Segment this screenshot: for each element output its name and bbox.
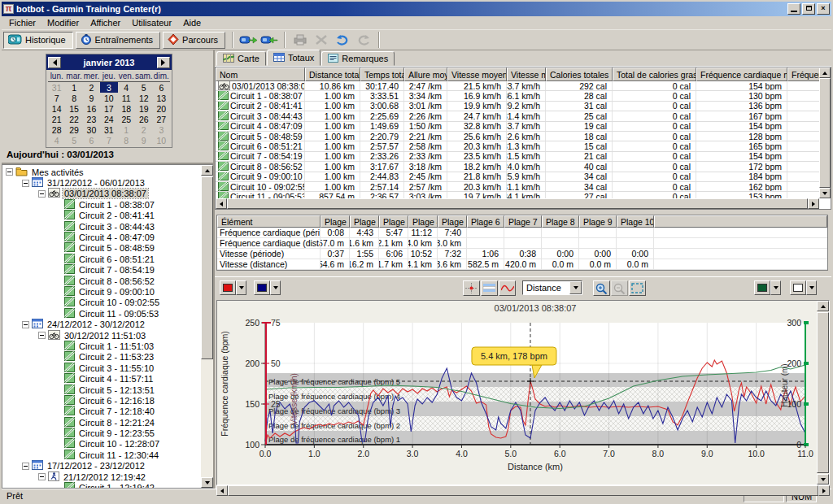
zoom-selection-button[interactable]	[629, 280, 646, 296]
tree-item[interactable]: 24/12/2012 - 30/12/2012	[2, 319, 200, 329]
view-button-historique[interactable]: Historique	[3, 32, 73, 49]
table-row[interactable]: Circuit 4 - 08:47:091.00 km1:49.691:50 /…	[216, 122, 819, 132]
restore-button[interactable]	[802, 3, 815, 15]
table-row[interactable]: Circuit 8 - 08:56:521.00 km3:17.673:18 /…	[216, 162, 819, 172]
tree-item[interactable]: Circuit 1 - 11:51:03	[2, 341, 200, 351]
calendar-day[interactable]: 2	[83, 82, 100, 93]
column-header-5[interactable]: Vitesse max.	[507, 67, 546, 81]
column-header-4[interactable]: Vitesse moyenne	[447, 67, 507, 81]
calendar-day[interactable]: 8	[118, 135, 135, 146]
zoom-in-button[interactable]	[593, 280, 610, 296]
calendar-day[interactable]: 17	[100, 103, 117, 114]
tree-item[interactable]: 30/12/2012 11:51:03	[2, 330, 200, 341]
zones-column-header[interactable]: Plage 6	[467, 215, 504, 228]
zones-column-header[interactable]: Plage 10	[617, 215, 654, 228]
column-header-6[interactable]: Calories totales	[546, 67, 613, 81]
elevation-color-dropdown[interactable]	[754, 280, 781, 295]
calendar-prev-button[interactable]	[48, 57, 61, 68]
calendar-day[interactable]: 4	[48, 135, 65, 146]
tree-expander-collapse[interactable]	[38, 332, 46, 339]
calendar-day[interactable]: 8	[65, 93, 82, 103]
menu-aide[interactable]: Aide	[177, 17, 207, 29]
tree-item[interactable]: 31/12/2012 - 06/01/2013	[2, 177, 200, 188]
tree-expander-collapse[interactable]	[38, 190, 46, 198]
tree-item[interactable]: Circuit 10 - 12:28:07	[2, 439, 200, 450]
tree-item[interactable]: Circuit 5 - 08:48:59	[2, 243, 200, 254]
menu-utilisateur[interactable]: Utilisateur	[126, 17, 177, 29]
column-header-3[interactable]: Allure moy.	[404, 67, 447, 81]
tree-item[interactable]: Circuit 7 - 08:54:19	[2, 265, 200, 276]
tree-item[interactable]: Circuit 9 - 09:00:10	[2, 286, 200, 297]
calendar-day[interactable]: 20	[153, 103, 170, 114]
zones-column-header[interactable]: Plage 9	[579, 215, 617, 228]
curve-display-button[interactable]	[499, 280, 516, 296]
menu-modifier[interactable]: Modifier	[41, 17, 85, 29]
column-header-0[interactable]: Nom	[216, 67, 305, 81]
close-button[interactable]: ×	[817, 3, 830, 15]
crosshair-mode-button[interactable]	[463, 280, 480, 296]
calendar-day[interactable]: 31	[48, 82, 65, 93]
table-row[interactable]: Circuit 7 - 08:54:191.00 km2:33.262:33 /…	[216, 152, 819, 162]
table-row[interactable]: Circuit 9 - 09:00:101.00 km2:44.832:45 /…	[216, 172, 819, 182]
calendar-day[interactable]: 23	[83, 114, 100, 124]
hr-color-dropdown[interactable]	[220, 280, 246, 295]
calendar-day[interactable]: 29	[65, 124, 82, 135]
tree-expander-collapse[interactable]	[22, 463, 29, 470]
calendar-next-button[interactable]	[157, 57, 170, 68]
calendar-day[interactable]: 6	[83, 135, 100, 146]
tree-item[interactable]: Circuit 8 - 12:21:24	[2, 417, 200, 428]
calendar-day[interactable]: 31	[100, 124, 117, 135]
calendar-day[interactable]: 2	[135, 124, 153, 135]
chart-horizontal-scrollbar[interactable]	[216, 485, 830, 496]
zones-column-header[interactable]: Plage 2	[350, 215, 379, 228]
column-header-8[interactable]: Fréquence cardiaque moy.	[696, 67, 787, 81]
tree-item[interactable]: Circuit 6 - 12:16:18	[2, 395, 200, 406]
calendar-day[interactable]: 22	[65, 114, 82, 124]
tab-carte[interactable]: Carte	[216, 51, 266, 66]
chart-vertical-scrollbar[interactable]	[817, 301, 829, 484]
tree-item[interactable]: Circuit 3 - 11:55:10	[2, 363, 200, 373]
zones-row[interactable]: Fréquence cardiaque (période)0:084:435:4…	[217, 228, 827, 238]
calendar-day[interactable]: 3	[153, 124, 170, 135]
zones-column-header[interactable]: Plage 7	[504, 215, 542, 228]
calendar-day[interactable]: 28	[48, 124, 65, 135]
zones-column-header[interactable]: Plage 5	[438, 215, 467, 228]
speed-color-dropdown[interactable]	[254, 280, 281, 295]
table-row[interactable]: Circuit 3 - 08:44:431.00 km2:25.692:26 /…	[216, 111, 819, 121]
zones-column-header[interactable]: Plage 1	[321, 215, 350, 228]
tab-remarques[interactable]: Remarques	[321, 51, 395, 66]
calendar-day[interactable]: 18	[118, 103, 135, 114]
tree-item[interactable]: Circuit 11 - 12:30:44	[2, 450, 200, 460]
tree-item[interactable]: Circuit 8 - 08:56:52	[2, 276, 200, 286]
calendar-day[interactable]: 25	[118, 114, 135, 124]
minimize-button[interactable]	[787, 3, 800, 15]
table-row[interactable]: Circuit 1 - 08:38:071.00 km3:33.513:34 /…	[216, 91, 819, 101]
calendar-day[interactable]: 4	[118, 82, 135, 93]
calendar-day[interactable]: 1	[118, 124, 135, 135]
calendar-day[interactable]: 16	[83, 103, 100, 114]
table-row[interactable]: Circuit 6 - 08:51:211.00 km2:57.572:58 /…	[216, 141, 819, 151]
calendar-day[interactable]: 27	[153, 114, 170, 124]
calendar-day[interactable]: 26	[135, 114, 153, 124]
table-row[interactable]: Circuit 2 - 08:41:411.00 km3:00.683:01 /…	[216, 102, 819, 111]
tree-item[interactable]: Circuit 4 - 11:57:11	[2, 373, 200, 384]
calendar-day[interactable]: 19	[135, 103, 153, 114]
table-row[interactable]: Circuit 5 - 08:48:591.00 km2:20.792:21 /…	[216, 132, 819, 141]
tree-item[interactable]: Circuit 1 - 12:19:42	[2, 482, 200, 488]
view-button-parcours[interactable]: Parcours	[163, 32, 225, 49]
table-row[interactable]: Circuit 11 - 09:05:53857.54 m2:36.573:03…	[216, 192, 819, 198]
totals-vertical-scrollbar[interactable]	[819, 67, 831, 198]
tree-item[interactable]: Circuit 9 - 12:23:55	[2, 428, 200, 438]
calendar-day[interactable]: 1	[65, 82, 82, 93]
tree-item[interactable]: Circuit 6 - 08:51:21	[2, 254, 200, 264]
calendar-day[interactable]: 15	[65, 103, 82, 114]
calendar-day[interactable]: 14	[48, 103, 65, 114]
calendar-day[interactable]: 30	[83, 124, 100, 135]
calendar-day[interactable]: 13	[153, 93, 170, 103]
receive-from-device-icon[interactable]	[259, 32, 279, 49]
tree-item[interactable]: Circuit 2 - 08:41:41	[2, 211, 200, 221]
tree-item[interactable]: Circuit 3 - 08:44:43	[2, 221, 200, 232]
calendar-day[interactable]: 11	[118, 93, 135, 103]
calendar-day[interactable]: 6	[153, 82, 170, 93]
column-header-2[interactable]: Temps total	[360, 67, 404, 81]
